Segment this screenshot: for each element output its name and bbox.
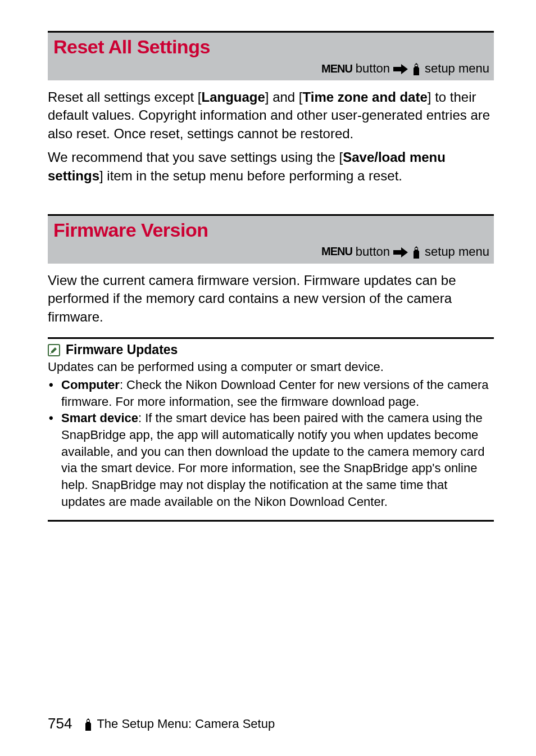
divider-line	[48, 520, 494, 522]
breadcrumb-suffix: setup menu	[425, 61, 489, 76]
wrench-icon	[83, 716, 93, 731]
breadcrumb-path: MENU button setup menu	[48, 60, 494, 80]
arrow-right-icon	[393, 61, 408, 76]
section-header-bar: Firmware Version	[48, 214, 494, 243]
page-footer: 754 The Setup Menu: Camera Setup	[48, 715, 275, 732]
menu-label: MENU	[321, 62, 352, 75]
wrench-icon	[411, 245, 421, 259]
tip-list: Computer: Check the Nikon Download Cente…	[48, 377, 494, 510]
breadcrumb-path: MENU button setup menu	[48, 243, 494, 264]
section-title: Reset All Settings	[53, 36, 488, 58]
breadcrumb-button-word: button	[356, 61, 390, 76]
pencil-icon	[48, 344, 60, 356]
section-firmware: Firmware Version MENU button setup menu …	[48, 214, 494, 522]
list-item: Smart device: If the smart device has be…	[48, 410, 494, 510]
menu-label: MENU	[321, 245, 352, 258]
section-header-bar: Reset All Settings	[48, 31, 494, 60]
arrow-right-icon	[393, 245, 408, 259]
section-title: Firmware Version	[53, 219, 488, 241]
breadcrumb-button-word: button	[356, 245, 390, 259]
page-number: 754	[48, 715, 72, 732]
wrench-icon	[411, 61, 421, 76]
paragraph-firmware-desc: View the current camera firmware version…	[48, 271, 494, 326]
tip-intro: Updates can be performed using a compute…	[48, 359, 494, 375]
paragraph-reset-desc: Reset all settings except [Language] and…	[48, 88, 494, 143]
list-item: Computer: Check the Nikon Download Cente…	[48, 377, 494, 410]
footer-label: The Setup Menu: Camera Setup	[83, 716, 275, 731]
tip-header: Firmware Updates	[48, 339, 494, 357]
section-reset-all: Reset All Settings MENU button setup men…	[48, 31, 494, 185]
paragraph-reset-recommend: We recommend that you save settings usin…	[48, 148, 494, 185]
breadcrumb-suffix: setup menu	[425, 245, 489, 259]
tip-title: Firmware Updates	[66, 342, 178, 357]
